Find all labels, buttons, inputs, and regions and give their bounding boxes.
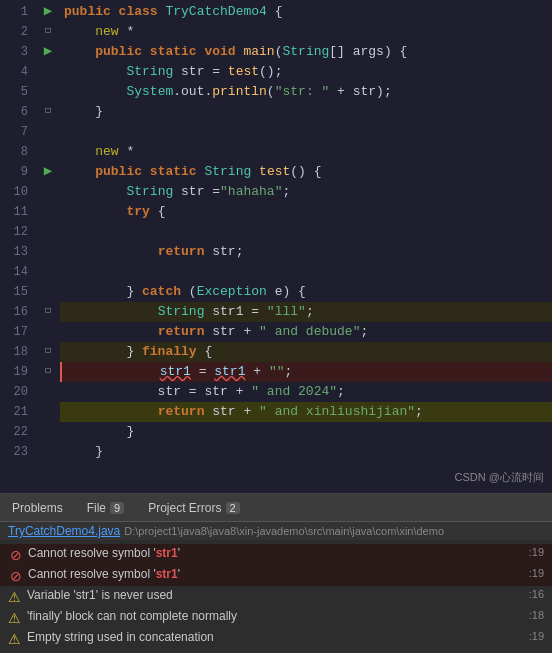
code-line-10: String str ="hahaha";	[60, 182, 552, 202]
gutter-blank-10	[36, 180, 60, 200]
gutter-blank-20	[36, 380, 60, 400]
gutter-blank-14	[36, 260, 60, 280]
code-line-3: public static void main(String[] args) {	[60, 42, 552, 62]
message-text-0: Cannot resolve symbol 'str1'	[28, 546, 180, 560]
fold-icon[interactable]: ◻	[36, 20, 60, 40]
message-line-3: :18	[529, 609, 544, 621]
code-line-19: str1 = str1 + "";	[60, 362, 552, 382]
code-line-12	[60, 222, 552, 242]
message-line-4: :19	[529, 630, 544, 642]
gutter-blank-15	[36, 280, 60, 300]
gutter-blank-23	[36, 440, 60, 460]
gutter-blank-11	[36, 200, 60, 220]
run-icon-2[interactable]: ▶	[36, 40, 60, 60]
code-line-1: public class TryCatchDemo4 {	[60, 2, 552, 22]
code-line-20: str = str + " and 2024";	[60, 382, 552, 402]
watermark: CSDN @心流时间	[455, 470, 544, 485]
message-text-3: 'finally' block can not complete normall…	[27, 609, 237, 623]
line-numbers: 1 2 3 4 5 6 7 8 9 10 11 12 13 14 15 16 1…	[0, 0, 36, 493]
warning-icon-1: ⚠	[8, 610, 21, 626]
gutter-blank-21	[36, 400, 60, 420]
code-line-14	[60, 262, 552, 282]
tab-file-label: File	[87, 501, 106, 515]
code-text: public class TryCatchDemo4 { new * publi…	[60, 0, 552, 493]
tab-problems-label: Problems	[12, 501, 63, 515]
error-icon-1: ⊘	[10, 568, 22, 584]
file-link[interactable]: TryCatchDemo4.java	[8, 524, 120, 538]
code-line-5: System.out.println("str: " + str);	[60, 82, 552, 102]
tab-problems[interactable]: Problems	[8, 494, 67, 521]
code-line-21: return str + " and xinliushijian";	[60, 402, 552, 422]
tab-file[interactable]: File 9	[83, 494, 128, 521]
tab-file-badge: 9	[110, 502, 124, 514]
fold-icon-2[interactable]: ◻	[36, 100, 60, 120]
tab-project-errors-badge: 2	[226, 502, 240, 514]
code-line-2: new *	[60, 22, 552, 42]
bottom-panel: Problems File 9 Project Errors 2 TryCatc…	[0, 493, 552, 653]
bookmark-19[interactable]: ◻	[36, 360, 60, 380]
code-line-4: String str = test();	[60, 62, 552, 82]
editor-gutter: ▶ ◻ ▶ ◻ ▶ ◻ ◻ ◻	[36, 0, 60, 493]
gutter-blank-12	[36, 220, 60, 240]
gutter-blank-8	[36, 140, 60, 160]
bookmark-18[interactable]: ◻	[36, 340, 60, 360]
gutter-blank-22	[36, 420, 60, 440]
err-symbol-0: str1	[156, 546, 178, 560]
bookmark-16[interactable]: ◻	[36, 300, 60, 320]
code-line-9: public static String test() {	[60, 162, 552, 182]
message-row-3: ⚠ 'finally' block can not complete norma…	[0, 607, 552, 628]
message-row-1: ⊘ Cannot resolve symbol 'str1' :19	[0, 565, 552, 586]
message-text-1: Cannot resolve symbol 'str1'	[28, 567, 180, 581]
gutter-blank-13	[36, 240, 60, 260]
gutter-blank-4	[36, 60, 60, 80]
err-symbol-1: str1	[156, 567, 178, 581]
tab-project-errors-label: Project Errors	[148, 501, 221, 515]
code-line-15: } catch (Exception e) {	[60, 282, 552, 302]
tab-project-errors[interactable]: Project Errors 2	[144, 494, 243, 521]
code-editor: 1 2 3 4 5 6 7 8 9 10 11 12 13 14 15 16 1…	[0, 0, 552, 493]
run-icon-3[interactable]: ▶	[36, 160, 60, 180]
code-line-18: } finally {	[60, 342, 552, 362]
code-line-11: try {	[60, 202, 552, 222]
warning-icon-0: ⚠	[8, 589, 21, 605]
panel-tabs: Problems File 9 Project Errors 2	[0, 494, 552, 522]
gutter-blank-17	[36, 320, 60, 340]
code-line-23: }	[60, 442, 552, 462]
warning-icon-2: ⚠	[8, 631, 21, 647]
code-line-22: }	[60, 422, 552, 442]
run-icon[interactable]: ▶	[36, 0, 60, 20]
message-text-2: Variable 'str1' is never used	[27, 588, 173, 602]
code-line-17: return str + " and debude";	[60, 322, 552, 342]
file-path: D:\project1\java8\java8\xin-javademo\src…	[124, 525, 444, 537]
message-line-1: :19	[529, 567, 544, 579]
gutter-blank-5	[36, 80, 60, 100]
code-line-16: String str1 = "lll";	[60, 302, 552, 322]
code-line-13: return str;	[60, 242, 552, 262]
message-line-2: :16	[529, 588, 544, 600]
code-line-6: }	[60, 102, 552, 122]
panel-messages: ⊘ Cannot resolve symbol 'str1' :19 ⊘ Can…	[0, 540, 552, 653]
error-icon-0: ⊘	[10, 547, 22, 563]
message-text-4: Empty string used in concatenation	[27, 630, 214, 644]
message-row-4: ⚠ Empty string used in concatenation :19	[0, 628, 552, 649]
code-line-8: new *	[60, 142, 552, 162]
code-line-7	[60, 122, 552, 142]
message-row-2: ⚠ Variable 'str1' is never used :16	[0, 586, 552, 607]
gutter-blank-7	[36, 120, 60, 140]
panel-file-header: TryCatchDemo4.java D:\project1\java8\jav…	[0, 522, 552, 540]
message-line-0: :19	[529, 546, 544, 558]
message-row-0: ⊘ Cannot resolve symbol 'str1' :19	[0, 544, 552, 565]
